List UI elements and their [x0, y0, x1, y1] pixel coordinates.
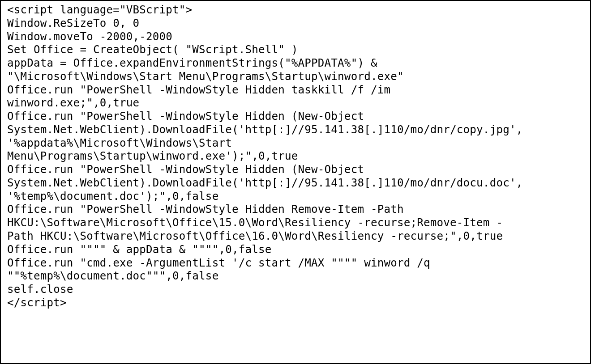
code-frame: <script language="VBScript"> Window.ReSi…	[0, 0, 591, 364]
vbscript-code-block: <script language="VBScript"> Window.ReSi…	[7, 4, 584, 310]
